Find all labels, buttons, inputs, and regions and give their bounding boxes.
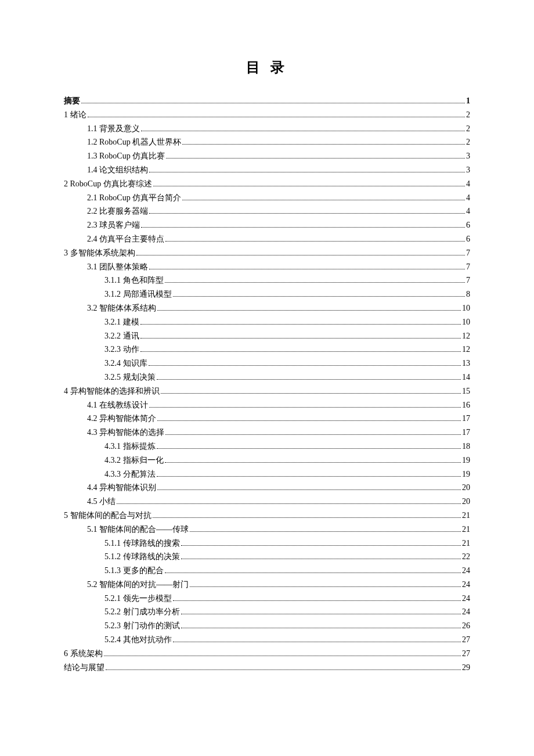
toc-entry-label: 3.2.5 规划决策 — [104, 370, 156, 384]
toc-entry-page: 24 — [462, 605, 470, 619]
toc-entry: 3 多智能体系统架构7 — [64, 246, 470, 260]
toc-entry: 5.2 智能体间的对抗——射门24 — [64, 578, 470, 592]
toc-entry-page: 21 — [462, 509, 470, 523]
toc-leader-dots — [157, 310, 461, 311]
toc-entry: 2.3 球员客户端6 — [64, 218, 470, 232]
toc-entry: 5.1.3 更多的配合24 — [64, 564, 470, 578]
toc-entry: 5.1.2 传球路线的决策22 — [64, 550, 470, 564]
toc-entry: 3.2.3 动作12 — [64, 343, 470, 357]
toc-entry-label: 1.1 背景及意义 — [87, 122, 140, 136]
toc-leader-dots — [165, 282, 466, 283]
toc-entry-page: 18 — [462, 440, 470, 453]
toc-leader-dots — [182, 200, 465, 200]
toc-entry-page: 14 — [462, 370, 470, 384]
toc-entry-page: 12 — [462, 329, 470, 343]
toc-leader-dots — [104, 656, 461, 656]
toc-entry-label: 5.2.2 射门成功率分析 — [104, 605, 180, 619]
toc-leader-dots — [157, 420, 461, 421]
toc-entry-label: 5.1 智能体间的配合——传球 — [87, 523, 189, 537]
toc-leader-dots — [173, 296, 466, 297]
toc-entry: 3.2.5 规划决策14 — [64, 370, 470, 384]
toc-entry: 4.3.1 指标提炼18 — [64, 440, 470, 453]
toc-entry: 1.3 RoboCup 仿真比赛3 — [64, 149, 470, 163]
toc-entry-page: 15 — [462, 384, 470, 398]
toc-leader-dots — [149, 365, 461, 366]
toc-entry-label: 5.2 智能体间的对抗——射门 — [87, 578, 189, 592]
toc-entry: 5.1 智能体间的配合——传球21 — [64, 523, 470, 537]
toc-leader-dots — [165, 573, 461, 573]
toc-entry: 2.1 RoboCup 仿真平台简介4 — [64, 191, 470, 205]
toc-entry: 3.2.2 通讯12 — [64, 329, 470, 343]
toc-entry-label: 5.2.4 其他对抗动作 — [104, 633, 172, 647]
toc-leader-dots — [136, 255, 466, 255]
toc-leader-dots — [141, 131, 465, 131]
toc-entry-page: 8 — [466, 287, 470, 301]
toc-entry-page: 20 — [462, 481, 470, 495]
toc-entry: 3.1.1 角色和阵型7 — [64, 273, 470, 287]
toc-entry: 1.2 RoboCup 机器人世界杯2 — [64, 135, 470, 149]
toc-entry-page: 24 — [462, 564, 470, 578]
toc-entry-label: 2.2 比赛服务器端 — [87, 204, 148, 218]
toc-leader-dots — [181, 614, 461, 614]
toc-entry-page: 10 — [462, 315, 470, 329]
toc-entry-label: 5.2.1 领先一步模型 — [104, 592, 172, 606]
toc-leader-dots — [117, 503, 461, 504]
toc-entry-label: 1 绪论 — [64, 108, 86, 122]
toc-leader-dots — [161, 393, 461, 394]
toc-entry-page: 27 — [462, 647, 470, 661]
toc-entry-label: 5.1.2 传球路线的决策 — [104, 550, 180, 564]
toc-leader-dots — [153, 186, 465, 186]
toc-entry-label: 5.2.3 射门动作的测试 — [104, 619, 180, 633]
toc-entry-label: 3 多智能体系统架构 — [64, 246, 135, 260]
toc-entry: 5.1.1 传球路线的搜索21 — [64, 537, 470, 550]
toc-entry-page: 19 — [462, 467, 470, 481]
toc-entry: 5.2.4 其他对抗动作27 — [64, 633, 470, 647]
toc-entry-page: 24 — [462, 592, 470, 606]
toc-entry-label: 1.2 RoboCup 机器人世界杯 — [87, 135, 181, 149]
toc-entry: 4 异构智能体的选择和辨识15 — [64, 384, 470, 398]
toc-entry: 4.4 异构智能体识别20 — [64, 481, 470, 495]
toc-entry-label: 3.1.2 局部通讯模型 — [104, 287, 172, 301]
toc-entry: 4.3.2 指标归一化19 — [64, 453, 470, 467]
toc-entry-label: 1.4 论文组织结构 — [87, 163, 148, 177]
toc-entry: 4.3 异构智能体的选择17 — [64, 426, 470, 440]
toc-entry-label: 4.3.3 分配算法 — [104, 467, 156, 481]
toc-entry-label: 3.2 智能体体系结构 — [87, 301, 156, 315]
toc-leader-dots — [165, 434, 461, 435]
toc-entry-page: 16 — [462, 398, 470, 412]
toc-entry: 4.1 在线教练设计16 — [64, 398, 470, 412]
toc-entry: 3.2 智能体体系结构10 — [64, 301, 470, 315]
toc-entry: 3.1 团队整体策略7 — [64, 260, 470, 274]
toc-entry-page: 6 — [466, 232, 470, 246]
toc-leader-dots — [181, 559, 461, 559]
toc-leader-dots — [153, 517, 461, 518]
toc-entry-label: 3.2.3 动作 — [104, 343, 139, 357]
toc-entry-label: 4.5 小结 — [87, 495, 116, 509]
toc-entry-page: 2 — [466, 135, 470, 149]
toc-leader-dots — [181, 628, 461, 628]
toc-leader-dots — [157, 448, 461, 449]
toc-leader-dots — [165, 462, 461, 463]
toc-entry: 1 绪论2 — [64, 108, 470, 122]
toc-list: 摘要11 绪论21.1 背景及意义21.2 RoboCup 机器人世界杯21.3… — [64, 94, 470, 674]
toc-entry-page: 3 — [466, 163, 470, 177]
toc-entry: 2.2 比赛服务器端4 — [64, 204, 470, 218]
toc-entry-page: 27 — [462, 633, 470, 647]
toc-entry-page: 6 — [466, 218, 470, 232]
toc-entry-page: 2 — [466, 108, 470, 122]
toc-leader-dots — [106, 669, 461, 670]
toc-entry-label: 4.2 异构智能体简介 — [87, 412, 156, 426]
toc-leader-dots — [149, 172, 465, 172]
toc-leader-dots — [141, 227, 465, 228]
toc-entry: 4.2 异构智能体简介17 — [64, 412, 470, 426]
toc-entry-page: 7 — [466, 260, 470, 274]
toc-entry-label: 4 异构智能体的选择和辨识 — [64, 384, 160, 398]
toc-entry-label: 结论与展望 — [64, 661, 104, 675]
toc-entry-label: 4.4 异构智能体识别 — [87, 481, 156, 495]
toc-entry-page: 17 — [462, 426, 470, 440]
toc-entry-page: 12 — [462, 343, 470, 357]
toc-leader-dots — [157, 489, 461, 490]
toc-entry-label: 4.1 在线教练设计 — [87, 398, 148, 412]
toc-entry: 3.2.4 知识库13 — [64, 357, 470, 370]
toc-leader-dots — [81, 103, 465, 103]
